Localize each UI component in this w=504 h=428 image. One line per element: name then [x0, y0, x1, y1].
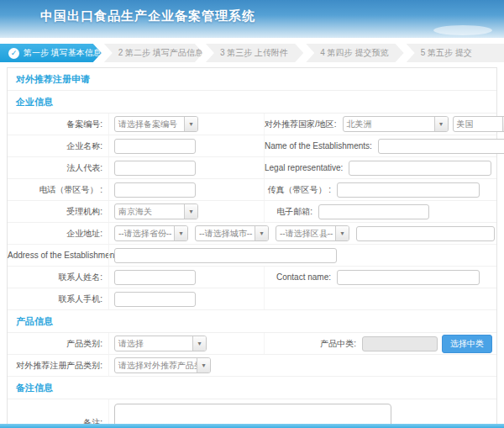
contact-mobile-label: 联系人手机: [8, 293, 108, 305]
phone-input[interactable] [114, 182, 196, 198]
step-label: 5 第五步 提交 [421, 47, 472, 59]
step-5-submit[interactable]: 5 第五步 提交 [407, 44, 504, 62]
record-no-select[interactable]: 请选择备案编号 ▾ [114, 116, 198, 132]
chevron-down-icon: ▾ [255, 226, 268, 240]
district-select[interactable]: --请选择区县-- ▾ [276, 225, 349, 241]
fax-input[interactable] [337, 182, 480, 198]
step-label: 2 第二步 填写产品信息 [118, 47, 203, 59]
row-contact-name: 联系人姓名: Contact name: [8, 267, 496, 288]
step-3-upload-attachments[interactable]: 3 第三步 上传附件 [206, 44, 303, 62]
row-establishment-address: Address of the Establishments: [8, 245, 496, 267]
step-1-basic-info[interactable]: ✓ 第一步 填写基本信息 [0, 44, 102, 62]
establishment-name-label: Name of the Establishments: [264, 135, 378, 156]
chevron-down-icon: ▾ [184, 117, 197, 131]
email-label: 电子邮箱: [264, 201, 318, 222]
chevron-down-icon: ▾ [434, 117, 448, 131]
select-mid-category-button[interactable]: 选择中类 [442, 335, 492, 353]
company-name-input[interactable] [114, 139, 196, 154]
contact-name-en-input[interactable] [337, 270, 480, 285]
address-detail-input[interactable] [356, 226, 495, 241]
section-remark-info: 备注信息 [8, 377, 496, 399]
app-title: 中国出口食品生产企业备案管理系统 [40, 8, 255, 24]
continent-select[interactable]: 北美洲 ▾ [343, 116, 449, 132]
form-title: 对外推荐注册申请 [8, 68, 496, 91]
bottom-accent-bar [0, 424, 504, 428]
row-rec-product-category: 对外推荐注册产品类别: 请选择对外推荐产品类别 ▾ [8, 355, 496, 377]
section-company-info: 企业信息 [8, 91, 496, 114]
chevron-down-icon: ▾ [174, 226, 187, 240]
accept-org-label: 受理机构: [8, 206, 108, 218]
accept-org-select[interactable]: 南京海关 ▾ [114, 203, 198, 219]
step-wizard: ✓ 第一步 填写基本信息 2 第二步 填写产品信息 3 第三步 上传附件 4 第… [0, 44, 504, 62]
app-header: 中国出口食品生产企业备案管理系统 [0, 0, 504, 38]
row-company-name: 企业名称: Name of the Establishments: [8, 135, 496, 157]
cloud-decoration [433, 25, 492, 35]
section-product-info: 产品信息 [8, 310, 496, 333]
contact-name-en-label: Contact name: [264, 267, 337, 288]
establishment-name-input[interactable] [378, 139, 504, 154]
row-legal-person: 法人代表: Legal representative: [8, 157, 496, 179]
step-label: 3 第三步 上传附件 [220, 47, 288, 59]
legal-representative-input[interactable] [349, 161, 491, 176]
establishment-address-input[interactable] [114, 248, 337, 263]
establishment-address-label: Address of the Establishments: [8, 251, 108, 260]
chevron-down-icon: ▾ [335, 226, 349, 240]
product-mid-category-label: 产品中类: [264, 333, 362, 354]
city-select[interactable]: --请选择城市-- ▾ [195, 225, 269, 241]
product-mid-category-input [362, 336, 438, 351]
legal-person-input[interactable] [114, 161, 196, 176]
row-contact-mobile: 联系人手机: [8, 288, 496, 310]
row-phone-fax: 电话（带区号） : 传真（带区号） : [8, 179, 496, 201]
step-label: 第一步 填写基本信息 [24, 47, 102, 59]
contact-name-cn-input[interactable] [114, 270, 196, 285]
contact-mobile-input[interactable] [114, 292, 196, 307]
contact-name-cn-label: 联系人姓名: [8, 272, 108, 283]
rec-product-category-label: 对外推荐注册产品类别: [8, 360, 108, 372]
fax-label: 传真（带区号） : [264, 179, 337, 200]
phone-label: 电话（带区号） : [8, 184, 108, 196]
email-input[interactable] [318, 204, 429, 219]
step-4-submit-preview[interactable]: 4 第四步 提交预览 [306, 44, 403, 62]
rec-product-category-select[interactable]: 请选择对外推荐产品类别 ▾ [114, 357, 211, 373]
legal-person-label: 法人代表: [8, 162, 108, 174]
step-2-product-info[interactable]: 2 第二步 填写产品信息 [104, 44, 203, 62]
record-no-label: 备案编号: [8, 119, 108, 130]
legal-representative-label: Legal representative: [264, 157, 349, 178]
chevron-down-icon: ▾ [184, 204, 197, 219]
row-company-address: 企业地址: --请选择省份-- ▾ --请选择城市-- ▾ --请选择区县-- … [8, 223, 496, 245]
check-icon: ✓ [8, 48, 19, 59]
chevron-down-icon: ▾ [197, 358, 210, 373]
registration-form: 对外推荐注册申请 企业信息 备案编号: 请选择备案编号 ▾ 对外推荐国家/地区:… [7, 67, 497, 428]
row-record-no-country: 备案编号: 请选择备案编号 ▾ 对外推荐国家/地区: 北美洲 ▾ 美国 ▾ [8, 114, 496, 135]
product-category-label: 产品类别: [8, 338, 108, 350]
rec-country-label: 对外推荐国家/地区: [264, 114, 343, 135]
row-product-category: 产品类别: 请选择 ▾ 产品中类: 选择中类 [8, 333, 496, 355]
province-select[interactable]: --请选择省份-- ▾ [114, 225, 188, 241]
chevron-down-icon: ▾ [192, 336, 206, 351]
country-select[interactable]: 美国 ▾ [453, 116, 504, 132]
step-label: 4 第四步 提交预览 [320, 47, 388, 59]
row-org-email: 受理机构: 南京海关 ▾ 电子邮箱: [8, 201, 496, 223]
product-category-select[interactable]: 请选择 ▾ [114, 336, 207, 351]
company-name-label: 企业名称: [8, 140, 108, 152]
company-address-label: 企业地址: [8, 228, 108, 240]
